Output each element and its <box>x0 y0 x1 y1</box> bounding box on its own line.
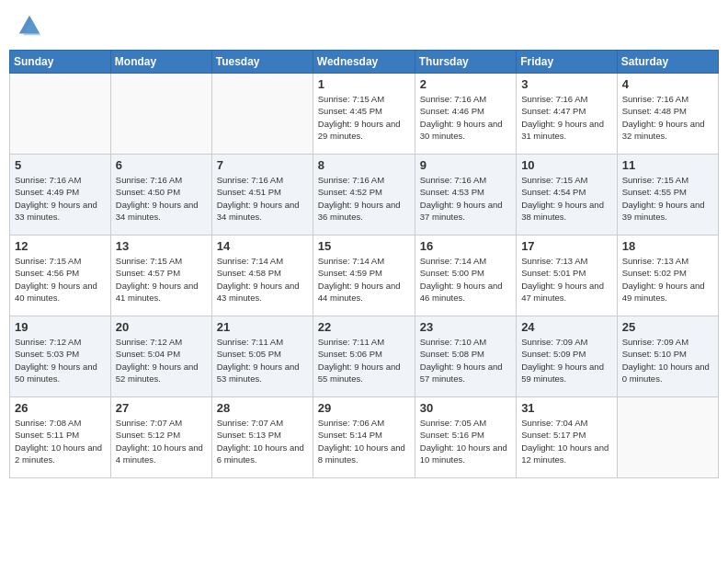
calendar-cell: 28Sunrise: 7:07 AM Sunset: 5:13 PM Dayli… <box>211 397 313 478</box>
day-info: Sunrise: 7:16 AM Sunset: 4:48 PM Dayligh… <box>622 93 713 142</box>
calendar-cell: 29Sunrise: 7:06 AM Sunset: 5:14 PM Dayli… <box>313 397 415 478</box>
calendar-cell: 25Sunrise: 7:09 AM Sunset: 5:10 PM Dayli… <box>617 316 718 397</box>
calendar-cell: 22Sunrise: 7:11 AM Sunset: 5:06 PM Dayli… <box>313 316 415 397</box>
day-info: Sunrise: 7:16 AM Sunset: 4:47 PM Dayligh… <box>521 93 612 142</box>
day-number: 22 <box>318 320 410 334</box>
day-number: 30 <box>420 401 511 415</box>
day-number: 26 <box>15 401 106 415</box>
day-info: Sunrise: 7:09 AM Sunset: 5:10 PM Dayligh… <box>622 336 713 385</box>
calendar-cell <box>110 74 211 155</box>
day-info: Sunrise: 7:15 AM Sunset: 4:55 PM Dayligh… <box>622 174 713 223</box>
day-number: 31 <box>521 401 612 415</box>
calendar-cell: 30Sunrise: 7:05 AM Sunset: 5:16 PM Dayli… <box>415 397 516 478</box>
calendar-cell: 21Sunrise: 7:11 AM Sunset: 5:05 PM Dayli… <box>211 316 313 397</box>
day-number: 2 <box>420 77 511 91</box>
calendar-cell: 1Sunrise: 7:15 AM Sunset: 4:45 PM Daylig… <box>313 74 415 155</box>
day-number: 9 <box>420 158 511 172</box>
day-info: Sunrise: 7:07 AM Sunset: 5:12 PM Dayligh… <box>116 417 207 465</box>
day-number: 29 <box>318 401 410 415</box>
day-info: Sunrise: 7:12 AM Sunset: 5:03 PM Dayligh… <box>15 336 106 385</box>
calendar-week-row: 19Sunrise: 7:12 AM Sunset: 5:03 PM Dayli… <box>10 316 719 397</box>
day-number: 24 <box>521 320 612 334</box>
calendar-cell: 24Sunrise: 7:09 AM Sunset: 5:09 PM Dayli… <box>517 316 618 397</box>
day-number: 7 <box>217 158 308 172</box>
day-number: 4 <box>622 77 713 91</box>
calendar-cell: 19Sunrise: 7:12 AM Sunset: 5:03 PM Dayli… <box>10 316 111 397</box>
day-info: Sunrise: 7:13 AM Sunset: 5:01 PM Dayligh… <box>521 255 612 304</box>
calendar-cell: 16Sunrise: 7:14 AM Sunset: 5:00 PM Dayli… <box>415 236 516 316</box>
calendar-cell: 27Sunrise: 7:07 AM Sunset: 5:12 PM Dayli… <box>110 397 211 478</box>
column-header-monday: Monday <box>110 51 211 74</box>
day-info: Sunrise: 7:08 AM Sunset: 5:11 PM Dayligh… <box>15 417 106 465</box>
day-info: Sunrise: 7:05 AM Sunset: 5:16 PM Dayligh… <box>420 417 511 465</box>
day-number: 19 <box>15 320 106 334</box>
day-info: Sunrise: 7:16 AM Sunset: 4:50 PM Dayligh… <box>116 174 207 223</box>
calendar-cell: 23Sunrise: 7:10 AM Sunset: 5:08 PM Dayli… <box>415 316 516 397</box>
calendar-cell: 12Sunrise: 7:15 AM Sunset: 4:56 PM Dayli… <box>10 236 111 316</box>
day-number: 15 <box>318 239 410 253</box>
day-number: 21 <box>217 320 308 334</box>
calendar-cell: 10Sunrise: 7:15 AM Sunset: 4:54 PM Dayli… <box>517 155 618 236</box>
day-number: 6 <box>116 158 207 172</box>
calendar-header-row: SundayMondayTuesdayWednesdayThursdayFrid… <box>10 51 719 74</box>
calendar-week-row: 12Sunrise: 7:15 AM Sunset: 4:56 PM Dayli… <box>10 236 719 316</box>
day-info: Sunrise: 7:07 AM Sunset: 5:13 PM Dayligh… <box>217 417 308 465</box>
day-info: Sunrise: 7:16 AM Sunset: 4:51 PM Dayligh… <box>217 174 308 223</box>
day-info: Sunrise: 7:12 AM Sunset: 5:04 PM Dayligh… <box>116 336 207 385</box>
day-info: Sunrise: 7:14 AM Sunset: 4:58 PM Dayligh… <box>217 255 308 304</box>
calendar-cell: 3Sunrise: 7:16 AM Sunset: 4:47 PM Daylig… <box>517 74 618 155</box>
calendar-cell: 18Sunrise: 7:13 AM Sunset: 5:02 PM Dayli… <box>617 236 718 316</box>
column-header-thursday: Thursday <box>415 51 516 74</box>
calendar-cell: 31Sunrise: 7:04 AM Sunset: 5:17 PM Dayli… <box>517 397 618 478</box>
day-info: Sunrise: 7:15 AM Sunset: 4:57 PM Dayligh… <box>116 255 207 304</box>
column-header-wednesday: Wednesday <box>313 51 415 74</box>
column-header-friday: Friday <box>517 51 618 74</box>
day-number: 28 <box>217 401 308 415</box>
calendar-cell: 9Sunrise: 7:16 AM Sunset: 4:53 PM Daylig… <box>415 155 516 236</box>
calendar-cell: 13Sunrise: 7:15 AM Sunset: 4:57 PM Dayli… <box>110 236 211 316</box>
day-info: Sunrise: 7:15 AM Sunset: 4:54 PM Dayligh… <box>521 174 612 223</box>
day-number: 10 <box>521 158 612 172</box>
day-info: Sunrise: 7:04 AM Sunset: 5:17 PM Dayligh… <box>521 417 612 465</box>
calendar-cell <box>617 397 718 478</box>
day-number: 11 <box>622 158 713 172</box>
calendar-cell <box>211 74 313 155</box>
column-header-saturday: Saturday <box>617 51 718 74</box>
day-number: 14 <box>217 239 308 253</box>
day-info: Sunrise: 7:15 AM Sunset: 4:56 PM Dayligh… <box>15 255 106 304</box>
day-info: Sunrise: 7:16 AM Sunset: 4:53 PM Dayligh… <box>420 174 511 223</box>
day-number: 16 <box>420 239 511 253</box>
day-info: Sunrise: 7:06 AM Sunset: 5:14 PM Dayligh… <box>318 417 410 465</box>
calendar-cell: 8Sunrise: 7:16 AM Sunset: 4:52 PM Daylig… <box>313 155 415 236</box>
day-number: 17 <box>521 239 612 253</box>
page-header <box>9 9 719 42</box>
day-info: Sunrise: 7:11 AM Sunset: 5:05 PM Dayligh… <box>217 336 308 385</box>
calendar-cell: 11Sunrise: 7:15 AM Sunset: 4:55 PM Dayli… <box>617 155 718 236</box>
calendar-table: SundayMondayTuesdayWednesdayThursdayFrid… <box>9 50 719 478</box>
calendar-cell <box>10 74 111 155</box>
day-info: Sunrise: 7:16 AM Sunset: 4:49 PM Dayligh… <box>15 174 106 223</box>
day-number: 5 <box>15 158 106 172</box>
logo <box>17 13 46 39</box>
day-number: 20 <box>116 320 207 334</box>
calendar-cell: 2Sunrise: 7:16 AM Sunset: 4:46 PM Daylig… <box>415 74 516 155</box>
day-info: Sunrise: 7:16 AM Sunset: 4:46 PM Dayligh… <box>420 93 511 142</box>
column-header-sunday: Sunday <box>10 51 111 74</box>
calendar-cell: 14Sunrise: 7:14 AM Sunset: 4:58 PM Dayli… <box>211 236 313 316</box>
calendar-cell: 15Sunrise: 7:14 AM Sunset: 4:59 PM Dayli… <box>313 236 415 316</box>
day-number: 8 <box>318 158 410 172</box>
calendar-cell: 7Sunrise: 7:16 AM Sunset: 4:51 PM Daylig… <box>211 155 313 236</box>
calendar-cell: 4Sunrise: 7:16 AM Sunset: 4:48 PM Daylig… <box>617 74 718 155</box>
day-number: 25 <box>622 320 713 334</box>
day-info: Sunrise: 7:14 AM Sunset: 5:00 PM Dayligh… <box>420 255 511 304</box>
calendar-week-row: 5Sunrise: 7:16 AM Sunset: 4:49 PM Daylig… <box>10 155 719 236</box>
day-info: Sunrise: 7:13 AM Sunset: 5:02 PM Dayligh… <box>622 255 713 304</box>
day-number: 27 <box>116 401 207 415</box>
day-number: 1 <box>318 77 410 91</box>
logo-icon <box>17 13 42 39</box>
day-number: 13 <box>116 239 207 253</box>
day-info: Sunrise: 7:09 AM Sunset: 5:09 PM Dayligh… <box>521 336 612 385</box>
day-number: 12 <box>15 239 106 253</box>
calendar-week-row: 26Sunrise: 7:08 AM Sunset: 5:11 PM Dayli… <box>10 397 719 478</box>
day-info: Sunrise: 7:10 AM Sunset: 5:08 PM Dayligh… <box>420 336 511 385</box>
